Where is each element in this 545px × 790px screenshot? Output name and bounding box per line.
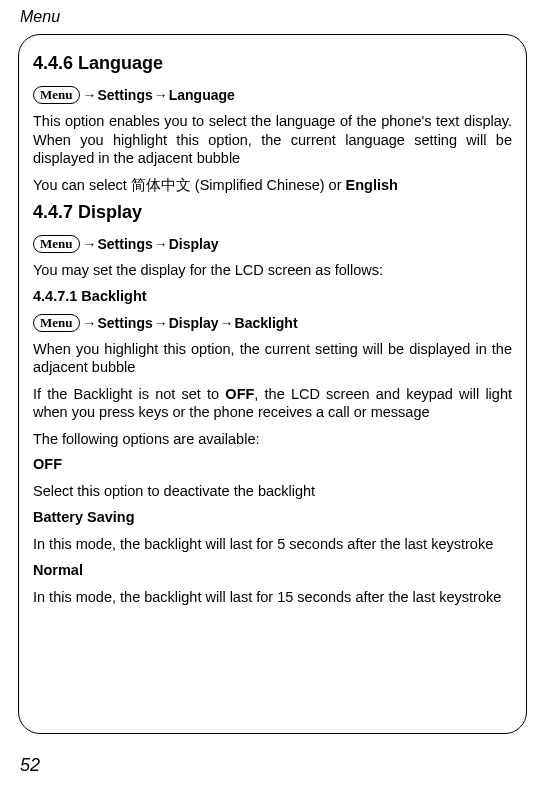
arrow-icon: →: [82, 87, 98, 103]
nav-path-backlight: Menu → Settings → Display → Backlight: [33, 314, 512, 332]
subsection-heading-backlight: 4.4.7.1 Backlight: [33, 288, 512, 304]
path-segment-display: Display: [169, 315, 219, 331]
section-heading-display: 4.4.7 Display: [33, 202, 512, 223]
display-description: You may set the display for the LCD scre…: [33, 261, 512, 280]
menu-icon: Menu: [33, 314, 80, 332]
option-title-normal: Normal: [33, 562, 512, 578]
text-fragment: You can select: [33, 177, 131, 193]
path-segment-settings: Settings: [98, 236, 153, 252]
nav-path-display: Menu → Settings → Display: [33, 235, 512, 253]
page-header: Menu: [18, 8, 527, 26]
menu-icon: Menu: [33, 86, 80, 104]
arrow-icon: →: [219, 315, 235, 331]
option-title-battery-saving: Battery Saving: [33, 509, 512, 525]
path-segment-display: Display: [169, 236, 219, 252]
page: Menu 4.4.6 Language Menu → Settings → La…: [0, 0, 545, 790]
english-label: English: [346, 177, 398, 193]
page-number: 52: [20, 755, 40, 776]
nav-path-language: Menu → Settings → Language: [33, 86, 512, 104]
arrow-icon: →: [153, 236, 169, 252]
backlight-description-1: When you highlight this option, the curr…: [33, 340, 512, 377]
content-frame: 4.4.6 Language Menu → Settings → Languag…: [18, 34, 527, 734]
path-segment-language: Language: [169, 87, 235, 103]
menu-icon: Menu: [33, 235, 80, 253]
path-segment-settings: Settings: [98, 315, 153, 331]
language-options: You can select 简体中文 (Simplified Chinese)…: [33, 176, 512, 195]
text-fragment: If the Backlight is not set to: [33, 386, 225, 402]
path-segment-settings: Settings: [98, 87, 153, 103]
path-segment-backlight: Backlight: [235, 315, 298, 331]
arrow-icon: →: [82, 315, 98, 331]
backlight-description-2: If the Backlight is not set to OFF, the …: [33, 385, 512, 422]
arrow-icon: →: [153, 87, 169, 103]
text-fragment: (Simplified Chinese) or: [191, 177, 346, 193]
arrow-icon: →: [153, 315, 169, 331]
option-title-off: OFF: [33, 456, 512, 472]
option-body-normal: In this mode, the backlight will last fo…: [33, 588, 512, 607]
backlight-options-intro: The following options are available:: [33, 430, 512, 449]
option-body-battery-saving: In this mode, the backlight will last fo…: [33, 535, 512, 554]
chinese-label: 简体中文: [131, 177, 191, 193]
option-body-off: Select this option to deactivate the bac…: [33, 482, 512, 501]
off-label-inline: OFF: [225, 386, 254, 402]
language-description: This option enables you to select the la…: [33, 112, 512, 168]
section-heading-language: 4.4.6 Language: [33, 53, 512, 74]
arrow-icon: →: [82, 236, 98, 252]
